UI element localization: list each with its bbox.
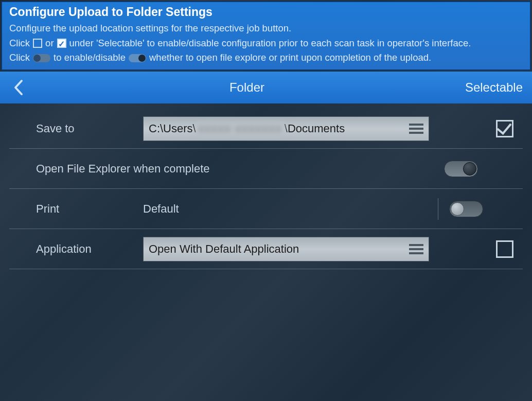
hamburger-icon[interactable] <box>409 244 423 254</box>
print-label: Print <box>9 202 143 216</box>
toggle-off-icon <box>33 54 50 62</box>
back-button[interactable] <box>8 77 29 98</box>
chevron-left-icon <box>13 79 24 96</box>
selectable-column-header: Selectable <box>465 80 523 95</box>
row-application: Application Open With Default Applicatio… <box>9 229 523 269</box>
redacted-text: xxxxx xxxxxxx <box>196 122 285 135</box>
print-value: Default <box>143 202 179 216</box>
page-title: Folder <box>29 80 465 95</box>
divider <box>438 198 438 220</box>
checkbox-checked-icon <box>57 39 66 48</box>
instruction-panel: Configure Upload to Folder Settings Conf… <box>1 1 531 71</box>
settings-list: Save to C:\Users\xxxxx xxxxxxx\Documents… <box>0 103 532 269</box>
hamburger-icon[interactable] <box>409 124 423 134</box>
save-to-selectable-checkbox[interactable] <box>496 120 513 137</box>
navbar: Folder Selectable <box>0 72 532 103</box>
row-save-to: Save to C:\Users\xxxxx xxxxxxx\Documents <box>9 109 523 149</box>
row-open-explorer: Open File Explorer when complete <box>9 149 523 189</box>
checkbox-unchecked-icon <box>33 39 42 48</box>
instruction-title: Configure Upload to Folder Settings <box>9 5 523 19</box>
application-label: Application <box>9 242 143 256</box>
row-print: Print Default <box>9 189 523 229</box>
application-selectable-checkbox[interactable] <box>496 240 513 258</box>
open-explorer-label: Open File Explorer when complete <box>9 162 435 176</box>
open-explorer-toggle[interactable] <box>444 161 478 177</box>
toggle-on-icon <box>129 54 146 62</box>
instruction-line-1: Configure the upload location settings f… <box>9 21 523 36</box>
application-input[interactable]: Open With Default Application <box>143 237 429 261</box>
instruction-line-3: Click to enable/disable whether to open … <box>9 50 523 65</box>
instruction-line-2: Click or under 'Selectable' to enable/di… <box>9 36 523 51</box>
save-to-label: Save to <box>9 122 143 135</box>
print-toggle[interactable] <box>449 201 483 217</box>
save-to-input[interactable]: C:\Users\xxxxx xxxxxxx\Documents <box>143 116 429 141</box>
